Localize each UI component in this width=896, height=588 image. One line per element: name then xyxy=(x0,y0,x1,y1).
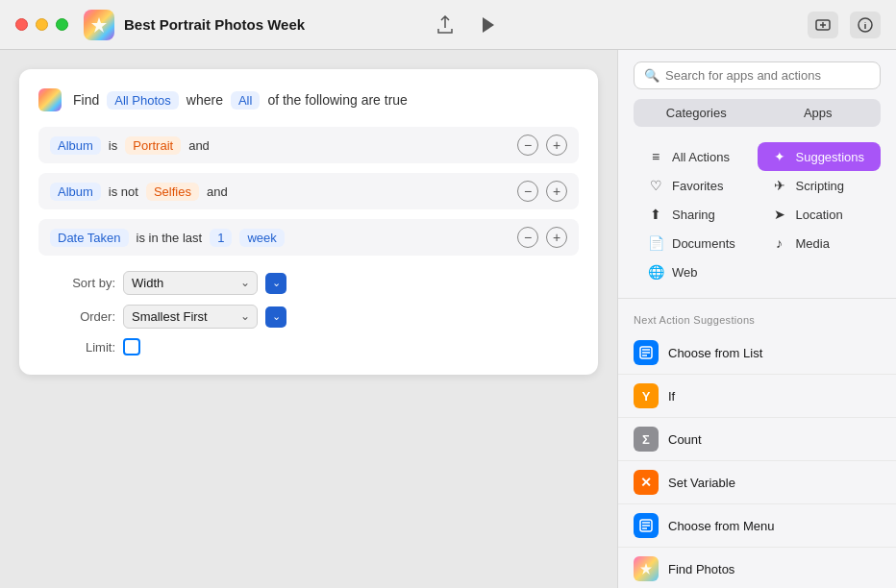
action-if[interactable]: Y If xyxy=(618,375,896,418)
order-select[interactable]: Smallest First Largest First xyxy=(123,305,258,329)
set-variable-icon: ✕ xyxy=(634,470,659,495)
cat-sharing-label: Sharing xyxy=(672,208,715,222)
count-icon: Σ xyxy=(634,427,659,452)
remove-condition-1[interactable]: − xyxy=(517,135,538,156)
cat-web-label: Web xyxy=(672,265,698,280)
action-find-photos-label: Find Photos xyxy=(668,562,734,576)
all-actions-icon: ≡ xyxy=(647,149,664,164)
sort-chevron: ⌄ xyxy=(265,273,286,294)
sort-select[interactable]: Width Height Date Name xyxy=(123,271,258,295)
tab-row: Categories Apps xyxy=(634,99,881,127)
search-input[interactable] xyxy=(665,68,870,83)
add-condition-1[interactable]: + xyxy=(546,135,567,156)
action-count[interactable]: Σ Count xyxy=(618,418,896,461)
close-button[interactable] xyxy=(15,18,28,31)
all-photos-token[interactable]: All Photos xyxy=(107,91,179,110)
add-condition-3[interactable]: + xyxy=(546,227,567,248)
cat-media-label: Media xyxy=(796,236,830,251)
minimize-button[interactable] xyxy=(36,18,48,31)
categories-grid: ≡ All Actions ✦ Suggestions ♡ Favorites … xyxy=(634,135,881,290)
maximize-button[interactable] xyxy=(56,18,68,31)
field-token-3[interactable]: Date Taken xyxy=(50,229,129,247)
value-token-2[interactable]: Selfies xyxy=(146,183,199,201)
action-choose-from-menu-label: Choose from Menu xyxy=(668,519,775,533)
traffic-lights xyxy=(15,18,68,31)
add-condition-2[interactable]: + xyxy=(546,181,567,202)
left-panel: Find All Photos where All of the followi… xyxy=(0,50,617,588)
scripting-icon: ✈ xyxy=(771,178,788,193)
following-label: of the following are true xyxy=(267,92,408,108)
conjunction-2: and xyxy=(207,184,228,199)
value-token-3[interactable]: 1 xyxy=(210,229,232,247)
value-token-1[interactable]: Portrait xyxy=(125,136,181,155)
cat-media[interactable]: ♪ Media xyxy=(758,229,882,257)
sort-select-wrapper: Width Height Date Name xyxy=(123,271,258,295)
operator-3: is in the last xyxy=(137,231,203,245)
condition-row-3: Date Taken is in the last 1 week − + xyxy=(38,219,579,256)
import-icon-button[interactable] xyxy=(808,12,838,38)
all-token[interactable]: All xyxy=(231,91,260,110)
cat-web[interactable]: 🌐 Web xyxy=(634,257,758,286)
cat-suggestions-label: Suggestions xyxy=(796,150,865,164)
sharing-icon: ⬆ xyxy=(647,207,664,222)
sort-label: Sort by: xyxy=(58,276,115,290)
action-find-photos[interactable]: Find Photos xyxy=(618,548,896,588)
remove-condition-3[interactable]: − xyxy=(517,227,538,248)
suggestions-icon: ✦ xyxy=(771,149,788,164)
main-content: Find All Photos where All of the followi… xyxy=(0,50,896,588)
action-if-label: If xyxy=(668,389,675,404)
unit-token-3[interactable]: week xyxy=(239,229,284,247)
cat-all-actions-label: All Actions xyxy=(672,150,730,164)
cat-favorites[interactable]: ♡ Favorites xyxy=(634,171,758,200)
order-chevron: ⌄ xyxy=(265,306,286,328)
remove-condition-2[interactable]: − xyxy=(517,181,538,202)
action-set-variable[interactable]: ✕ Set Variable xyxy=(618,461,896,504)
cat-scripting[interactable]: ✈ Scripting xyxy=(758,171,882,200)
limit-checkbox[interactable] xyxy=(123,338,140,355)
where-label: where xyxy=(187,92,223,108)
sort-row: Sort by: Width Height Date Name ⌄ xyxy=(58,271,560,295)
web-icon: 🌐 xyxy=(647,264,664,280)
order-select-wrapper: Smallest First Largest First xyxy=(123,305,258,329)
conjunction-1: and xyxy=(188,138,210,153)
action-choose-from-menu[interactable]: Choose from Menu xyxy=(618,504,896,548)
location-icon: ➤ xyxy=(771,207,788,222)
suggestions-header: Next Action Suggestions xyxy=(618,306,896,331)
media-icon: ♪ xyxy=(771,235,788,251)
cat-location[interactable]: ➤ Location xyxy=(758,200,882,229)
share-button[interactable] xyxy=(433,12,458,38)
window-title: Best Portrait Photos Week xyxy=(124,16,433,33)
tab-apps[interactable]: Apps xyxy=(758,101,880,125)
cat-documents[interactable]: 📄 Documents xyxy=(634,229,758,257)
field-token-1[interactable]: Album xyxy=(50,136,101,155)
choose-from-list-icon xyxy=(634,340,659,365)
order-row: Order: Smallest First Largest First ⌄ xyxy=(58,305,560,329)
action-set-variable-label: Set Variable xyxy=(668,476,735,490)
cat-location-label: Location xyxy=(796,208,843,222)
sidebar-top: 🔍 Categories Apps ≡ All Actions ✦ Sugges… xyxy=(618,50,896,299)
limit-row: Limit: xyxy=(58,338,560,355)
right-toolbar xyxy=(808,12,881,38)
favorites-icon: ♡ xyxy=(647,178,664,193)
info-icon-button[interactable] xyxy=(850,12,881,38)
action-choose-from-list-label: Choose from List xyxy=(668,346,762,360)
cat-sharing[interactable]: ⬆ Sharing xyxy=(634,200,758,229)
operator-1: is xyxy=(109,138,117,153)
action-count-label: Count xyxy=(668,432,702,447)
limit-label: Limit: xyxy=(58,340,115,355)
titlebar-actions xyxy=(433,12,500,38)
suggestions-section: Next Action Suggestions Choose from List… xyxy=(618,299,896,588)
svg-marker-0 xyxy=(91,17,107,33)
cat-suggestions[interactable]: ✦ Suggestions xyxy=(758,142,882,171)
tab-categories[interactable]: Categories xyxy=(635,101,758,125)
run-button[interactable] xyxy=(477,12,500,37)
right-panel: 🔍 Categories Apps ≡ All Actions ✦ Sugges… xyxy=(617,50,896,588)
field-token-2[interactable]: Album xyxy=(50,183,101,201)
search-bar[interactable]: 🔍 xyxy=(634,61,881,89)
cat-scripting-label: Scripting xyxy=(796,179,845,193)
action-choose-from-list[interactable]: Choose from List xyxy=(618,331,896,375)
cat-all-actions[interactable]: ≡ All Actions xyxy=(634,142,758,171)
if-icon: Y xyxy=(634,383,659,408)
titlebar: Best Portrait Photos Week xyxy=(0,0,896,50)
search-icon: 🔍 xyxy=(644,68,660,83)
